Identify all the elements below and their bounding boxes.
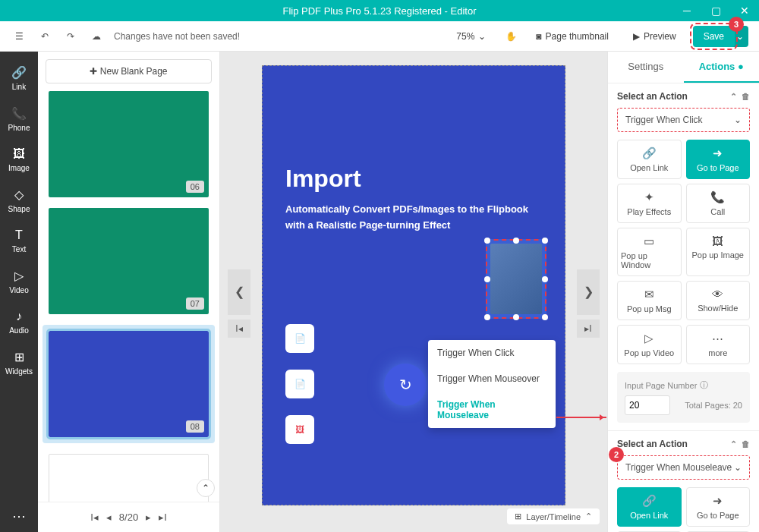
canvas-next[interactable]: ❯ [577, 269, 600, 315]
widgets-icon: ⊞ [14, 350, 24, 364]
collapse-icon[interactable]: ⌃ [730, 92, 737, 102]
sidebar-audio[interactable]: ♪Audio [0, 304, 38, 341]
chevron-down-icon: ⌄ [734, 462, 742, 473]
canvas-page[interactable]: Import Automatically Convert PDFs/Images… [262, 65, 565, 505]
action-more[interactable]: ⋯more [686, 325, 751, 364]
canvas-first[interactable]: I◂ [228, 320, 250, 338]
action-go-to-page[interactable]: ➜Go to Page [686, 140, 751, 179]
page-thumb[interactable]: 07 [49, 208, 209, 314]
audio-icon: ♪ [16, 310, 22, 323]
selected-object[interactable] [486, 239, 546, 319]
action-call[interactable]: 📞Call [686, 184, 751, 223]
dropdown-item-active[interactable]: Trigger When Mouseleave [428, 392, 556, 428]
maximize-button[interactable]: ▢ [701, 0, 730, 21]
image-icon: 🖼 [285, 415, 314, 444]
sidebar-link[interactable]: 🔗Link [0, 59, 38, 97]
toolbar: ☰ ↶ ↷ ☁ Changes have not been saved! 75%… [0, 21, 759, 52]
sidebar-text[interactable]: TText [0, 222, 38, 260]
page-text: Automatically Convert PDFs/Images to the… [285, 202, 542, 234]
tab-actions[interactable]: Actions ● [684, 52, 760, 83]
action-pop-up-video[interactable]: ▷Pop up Video [617, 325, 682, 364]
undo-icon[interactable]: ↶ [36, 28, 53, 45]
scroll-up-button[interactable]: ⌃ [197, 479, 215, 497]
new-blank-page-button[interactable]: ✚ New Blank Page [46, 59, 212, 83]
titlebar: Flip PDF Plus Pro 5.1.23 Registered - Ed… [0, 0, 759, 21]
section-title: Select an Action [617, 91, 688, 102]
image-icon: 🖼 [13, 147, 25, 161]
right-panel: Settings Actions ● Select an Action⌃🗑 Tr… [607, 52, 759, 532]
action-pop-up-msg[interactable]: ✉Pop up Msg [617, 281, 682, 320]
page-heading: Import [285, 165, 542, 193]
annotation-3: 3 [729, 17, 744, 32]
sidebar-shape[interactable]: ◇Shape [0, 181, 38, 219]
pdf-icon: 📄 [285, 324, 314, 353]
sidebar-more[interactable]: ⋯ [12, 508, 26, 524]
convert-icon: ↻ [384, 364, 427, 406]
page-thumb[interactable]: 09 [49, 454, 209, 502]
link-icon: 🔗 [11, 65, 27, 80]
dropdown-item[interactable]: Trigger When Mouseover [428, 366, 556, 392]
sidebar-widgets[interactable]: ⊞Widgets [0, 344, 38, 382]
shape-icon: ◇ [14, 187, 24, 202]
pdf-icon: 📄 [285, 370, 314, 398]
action-pop-up-image[interactable]: 🖼Pop up Image [686, 228, 751, 276]
annotation-2: 2 [609, 447, 624, 462]
dropdown-item[interactable]: Trigger When Click [428, 340, 556, 366]
action-open-link[interactable]: 🔗Open Link [617, 140, 682, 179]
save-button[interactable]: Save 3 [693, 26, 735, 47]
pager-first[interactable]: I◂ [90, 512, 99, 523]
action-pop-up-window[interactable]: ▭Pop up Window [617, 228, 682, 276]
app-title: Flip PDF Plus Pro 5.1.23 Registered - Ed… [282, 5, 476, 17]
minimize-button[interactable]: ─ [672, 0, 701, 21]
pager: I◂ ◂ 8/20 ▸ ▸I [38, 502, 219, 532]
collapse-icon[interactable]: ⌃ [730, 439, 737, 449]
pager-current: 8/20 [119, 512, 138, 523]
annotation-line [556, 417, 606, 418]
menu-icon[interactable]: ☰ [11, 28, 27, 45]
pager-prev[interactable]: ◂ [106, 512, 112, 523]
action-open-link[interactable]: 🔗Open Link [617, 487, 682, 527]
page-thumbnail-button[interactable]: ◙ Page thumbnail [528, 27, 616, 46]
canvas-last[interactable]: ▸I [577, 320, 600, 338]
action-go-to-page[interactable]: ➜Go to Page [686, 487, 751, 527]
save-status: Changes have not been saved! [114, 31, 240, 42]
redo-icon[interactable]: ↷ [62, 28, 79, 45]
action-show/hide[interactable]: 👁Show/Hide [686, 281, 751, 320]
canvas-prev[interactable]: ❮ [228, 269, 250, 315]
left-sidebar: 🔗Link 📞Phone 🖼Image ◇Shape TText ▷Video … [0, 52, 38, 532]
sidebar-phone[interactable]: 📞Phone [0, 100, 38, 138]
video-icon: ▷ [14, 269, 24, 283]
layer-timeline-button[interactable]: ⊞ Layer/Timeline ⌃ [507, 508, 600, 524]
delete-icon[interactable]: 🗑 [742, 92, 750, 102]
page-thumb-selected[interactable]: 08 [43, 325, 215, 443]
hand-tool-icon[interactable]: ✋ [502, 28, 519, 45]
chevron-down-icon: ⌄ [734, 115, 742, 125]
pager-last[interactable]: ▸I [159, 512, 167, 523]
delete-icon[interactable]: 🗑 [742, 439, 750, 449]
action-play-effects[interactable]: ✦Play Effects [617, 184, 682, 223]
trigger-select-1[interactable]: Trigger When Click⌄ [617, 108, 750, 132]
trigger-dropdown: Trigger When Click Trigger When Mouseove… [428, 340, 556, 428]
preview-button[interactable]: ▶ Preview [625, 27, 684, 46]
cloud-icon[interactable]: ☁ [88, 28, 105, 45]
page-number-input[interactable] [625, 395, 670, 415]
pager-next[interactable]: ▸ [146, 512, 151, 523]
info-icon[interactable]: ⓘ [700, 379, 708, 391]
trigger-select-2[interactable]: Trigger When Mouseleave⌄ 2 [617, 455, 750, 480]
sidebar-image[interactable]: 🖼Image [0, 141, 38, 178]
pages-panel: ✚ New Blank Page 06 07 08 09 ⌃ I◂ ◂ 8/20… [38, 52, 220, 532]
section-title: Select an Action [617, 439, 688, 449]
sidebar-video[interactable]: ▷Video [0, 263, 38, 301]
phone-icon: 📞 [11, 106, 27, 121]
total-pages: Total Pages: 20 [685, 401, 742, 410]
tab-settings[interactable]: Settings [608, 52, 684, 83]
zoom-select[interactable]: 75% ⌄ [449, 27, 493, 46]
text-icon: T [15, 228, 23, 242]
page-thumb[interactable]: 06 [49, 91, 209, 197]
canvas-area: ❮ I◂ ❯ ▸I Import Automatically Convert P… [220, 52, 607, 532]
